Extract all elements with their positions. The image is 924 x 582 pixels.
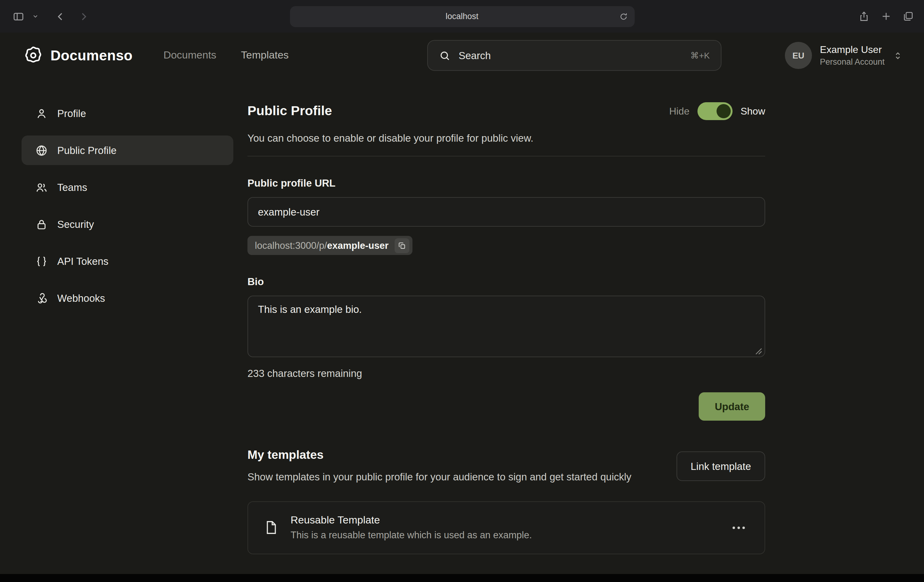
sidebar-item-label: Teams (57, 181, 87, 193)
template-description: This is a reusable template which is use… (290, 530, 532, 541)
divider (248, 156, 765, 156)
search-input[interactable]: Search ⌘+K (427, 40, 721, 71)
more-options-icon[interactable] (728, 521, 750, 534)
sidebar-item-label: Security (57, 218, 94, 230)
user-menu[interactable]: EU Example User Personal Account (785, 42, 903, 69)
bottom-strip (0, 574, 924, 582)
sidebar-item-label: Profile (57, 107, 86, 119)
profile-visibility-toggle[interactable] (698, 102, 733, 120)
sidebar-item-webhooks[interactable]: Webhooks (21, 283, 233, 313)
app-header: Documenso Documents Templates Search ⌘+K… (0, 33, 924, 78)
sidebar-item-teams[interactable]: Teams (21, 172, 233, 202)
avatar: EU (785, 42, 812, 69)
new-tab-icon[interactable] (881, 11, 891, 21)
url-label: Public profile URL (248, 177, 765, 189)
page-title: Public Profile (248, 104, 332, 119)
webhook-icon (35, 292, 48, 304)
sidebar-item-label: Webhooks (57, 292, 105, 304)
templates-title: My templates (248, 448, 631, 462)
public-profile-url-input[interactable] (248, 197, 765, 227)
copy-icon (398, 241, 406, 250)
search-shortcut: ⌘+K (690, 51, 710, 60)
sidebar-item-public-profile[interactable]: Public Profile (21, 136, 233, 165)
screen: localhost (0, 0, 924, 582)
sidebar-item-profile[interactable]: Profile (21, 99, 233, 128)
forward-icon[interactable] (76, 8, 92, 24)
visibility-control: Hide Show (669, 102, 765, 120)
top-nav: Documents Templates (163, 49, 289, 61)
my-templates-section: My templates Show templates in your publ… (248, 448, 765, 554)
bio-label: Bio (248, 276, 765, 288)
page-subtitle: You can choose to enable or disable your… (248, 132, 765, 144)
address-bar-url: localhost (446, 12, 478, 21)
template-list-item: Reusable Template This is a reusable tem… (248, 501, 765, 554)
nav-documents[interactable]: Documents (163, 49, 216, 61)
sidebar-toggle-icon[interactable] (10, 8, 27, 25)
profile-url-prefix: localhost:3000/p/ (255, 240, 327, 250)
show-label: Show (741, 106, 765, 117)
update-button[interactable]: Update (699, 392, 765, 421)
chevron-down-icon[interactable] (30, 10, 41, 22)
profile-url-slug: example-user (327, 240, 388, 250)
sidebar-item-api-tokens[interactable]: API Tokens (21, 246, 233, 276)
copy-url-button[interactable] (394, 238, 409, 253)
template-name: Reusable Template (290, 514, 532, 527)
refresh-icon[interactable] (619, 12, 628, 21)
back-icon[interactable] (52, 8, 68, 24)
lock-icon (35, 218, 48, 231)
sidebar-item-label: Public Profile (57, 144, 117, 156)
toggle-knob (716, 104, 731, 118)
user-account-type: Personal Account (820, 57, 884, 66)
file-icon (263, 519, 279, 536)
bio-textarea[interactable]: This is an example bio. (248, 296, 765, 357)
browser-chrome: localhost (0, 0, 924, 33)
search-icon (439, 50, 450, 61)
public-profile-settings: Public Profile Hide Show You can choose … (248, 99, 765, 554)
profile-url-preview: localhost:3000/p/example-user (248, 236, 412, 255)
braces-icon (35, 255, 48, 268)
characters-remaining: 233 characters remaining (248, 368, 765, 379)
search-placeholder: Search (459, 50, 491, 61)
user-icon (35, 107, 48, 120)
share-icon[interactable] (858, 10, 870, 22)
nav-templates[interactable]: Templates (241, 49, 289, 61)
sidebar-item-security[interactable]: Security (21, 209, 233, 239)
documenso-app: Documenso Documents Templates Search ⌘+K… (0, 33, 924, 582)
sidebar-item-label: API Tokens (57, 255, 108, 267)
link-template-button[interactable]: Link template (676, 452, 765, 481)
hide-label: Hide (669, 106, 690, 117)
settings-sidebar: Profile Public Profile Teams (21, 99, 233, 554)
templates-description: Show templates in your public profile fo… (248, 469, 631, 485)
address-bar[interactable]: localhost (290, 6, 634, 27)
globe-icon (35, 144, 48, 157)
resize-handle[interactable] (755, 348, 762, 355)
brand[interactable]: Documenso (23, 45, 133, 66)
brand-name: Documenso (51, 47, 133, 64)
chevron-selector-icon (893, 50, 903, 61)
documenso-logo-icon (23, 45, 44, 66)
page-body: Profile Public Profile Teams (0, 78, 924, 554)
avatar-initials: EU (792, 51, 804, 60)
tab-overview-icon[interactable] (903, 10, 914, 22)
user-name: Example User (820, 45, 884, 55)
users-icon (35, 181, 48, 194)
